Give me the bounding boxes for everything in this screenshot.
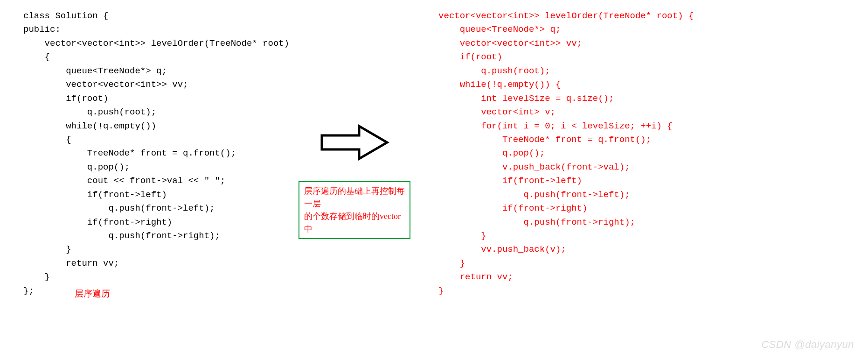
left-label: 层序遍历 [75, 287, 289, 300]
left-code-column: class Solution { public: vector<vector<i… [23, 9, 289, 301]
middle-column: 层序遍历的基础上再控制每一层 的个数存储到临时的vector中 [294, 9, 415, 239]
right-code-block: vector<vector<int>> levelOrder(TreeNode*… [438, 9, 737, 298]
watermark-text: CSDN @daiyanyun [761, 337, 854, 353]
annotation-line2: 的个数存储到临时的vector中 [304, 212, 401, 234]
arrow-icon [317, 121, 392, 168]
comparison-container: class Solution { public: vector<vector<i… [23, 9, 845, 301]
annotation-line1: 层序遍历的基础上再控制每一层 [304, 186, 405, 208]
annotation-box: 层序遍历的基础上再控制每一层 的个数存储到临时的vector中 [299, 181, 410, 239]
right-code-column: vector<vector<int>> levelOrder(TreeNode*… [420, 9, 737, 298]
svg-marker-0 [322, 126, 387, 159]
left-code-block: class Solution { public: vector<vector<i… [23, 9, 289, 298]
